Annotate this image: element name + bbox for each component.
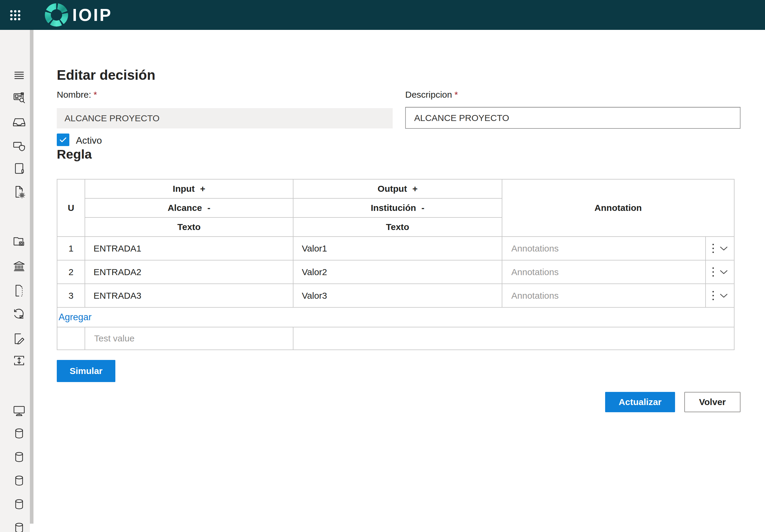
database-icon[interactable] xyxy=(12,427,26,441)
annotation-header: Annotation xyxy=(502,179,734,237)
nombre-label: Nombre:* xyxy=(57,90,97,100)
decision-table: U Input+ Output+ Annotation Alcance- Ins… xyxy=(57,179,735,350)
descripcion-label: Descripcion* xyxy=(405,90,458,100)
database-icon[interactable] xyxy=(12,521,26,532)
row-number: 3 xyxy=(57,284,85,307)
database-icon[interactable] xyxy=(12,474,26,488)
annotation-input[interactable] xyxy=(502,237,705,260)
annotation-cell xyxy=(502,284,706,307)
add-row: Agregar xyxy=(57,307,734,327)
input-cell[interactable]: ENTRADA3 xyxy=(85,284,293,307)
input-column-header[interactable]: Alcance- xyxy=(85,198,293,218)
card-shield-icon[interactable] xyxy=(12,139,26,153)
test-value-cell xyxy=(85,327,293,350)
folder-transfer-icon[interactable] xyxy=(12,235,26,249)
database-icon[interactable] xyxy=(12,498,26,511)
fit-height-icon[interactable] xyxy=(12,354,26,367)
annotation-cell xyxy=(502,260,706,284)
left-sidebar xyxy=(0,30,30,532)
page-title: Editar decisión xyxy=(57,67,155,83)
row-actions-cell xyxy=(706,260,734,284)
test-row xyxy=(57,327,734,350)
output-column-header[interactable]: Institución- xyxy=(293,198,502,218)
logo-text: IOIP xyxy=(72,7,112,24)
header-row-groups: U Input+ Output+ Annotation xyxy=(57,179,734,198)
table-row: 2 ENTRADA2 Valor2 xyxy=(57,260,734,284)
table-row: 3 ENTRADA3 Valor3 xyxy=(57,284,734,307)
remove-output-button[interactable]: - xyxy=(421,203,424,213)
output-type-header[interactable]: Texto xyxy=(293,218,502,237)
required-asterisk: * xyxy=(454,90,458,100)
row-number: 1 xyxy=(57,237,85,260)
tablet-pen-icon[interactable] xyxy=(12,162,26,175)
input-cell[interactable]: ENTRADA1 xyxy=(85,237,293,260)
section-title-regla: Regla xyxy=(57,147,92,162)
add-output-button[interactable]: + xyxy=(412,184,418,194)
row-expand-chevron-icon[interactable] xyxy=(720,246,728,251)
volver-button[interactable]: Volver xyxy=(684,392,740,412)
institution-icon[interactable] xyxy=(12,259,26,273)
nombre-input[interactable] xyxy=(57,108,392,129)
input-cell[interactable]: ENTRADA2 xyxy=(85,260,293,284)
activo-checkbox[interactable] xyxy=(57,134,69,146)
test-value-input[interactable] xyxy=(85,327,293,349)
screen-search-icon[interactable] xyxy=(12,91,26,105)
agregar-link[interactable]: Agregar xyxy=(57,312,91,322)
row-expand-chevron-icon[interactable] xyxy=(720,293,728,298)
check-icon xyxy=(59,136,67,144)
document-dashed-icon[interactable] xyxy=(12,284,26,297)
descripcion-input[interactable] xyxy=(405,107,740,129)
remove-input-button[interactable]: - xyxy=(207,203,210,213)
output-group-header: Output+ xyxy=(293,179,502,198)
logo-swirl-icon xyxy=(45,3,68,27)
annotation-cell xyxy=(502,237,706,260)
activo-label: Activo xyxy=(76,135,102,146)
row-menu-kebab-icon[interactable] xyxy=(711,243,715,254)
edit-document-icon[interactable] xyxy=(12,332,26,345)
row-number: 2 xyxy=(57,260,85,284)
brand-logo[interactable]: IOIP xyxy=(45,3,112,27)
monitor-icon[interactable] xyxy=(12,404,26,418)
database-icon[interactable] xyxy=(12,450,26,464)
row-expand-chevron-icon[interactable] xyxy=(720,270,728,274)
output-cell[interactable]: Valor3 xyxy=(293,284,502,307)
top-bar: IOIP xyxy=(0,0,765,30)
add-input-button[interactable]: + xyxy=(200,184,205,194)
row-actions-cell xyxy=(706,284,734,307)
output-cell[interactable]: Valor1 xyxy=(293,237,502,260)
app-window: IOIP xyxy=(0,0,765,532)
input-type-header[interactable]: Texto xyxy=(85,218,293,237)
test-row-number-cell xyxy=(57,327,85,350)
annotation-input[interactable] xyxy=(502,284,705,307)
row-menu-kebab-icon[interactable] xyxy=(711,266,715,278)
inbox-icon[interactable] xyxy=(12,115,26,129)
menu-icon[interactable] xyxy=(12,68,26,82)
hit-policy-cell[interactable]: U xyxy=(57,179,85,237)
row-actions-cell xyxy=(706,237,734,260)
input-group-header: Input+ xyxy=(85,179,293,198)
document-gear-icon[interactable] xyxy=(12,185,26,199)
app-launcher-waffle-icon[interactable] xyxy=(10,10,20,20)
row-menu-kebab-icon[interactable] xyxy=(711,290,715,301)
test-result-cell xyxy=(293,327,734,350)
history-icon[interactable] xyxy=(12,308,26,321)
output-cell[interactable]: Valor2 xyxy=(293,260,502,284)
required-asterisk: * xyxy=(94,90,97,100)
annotation-input[interactable] xyxy=(502,261,705,283)
sidebar-scrollbar-thumb[interactable] xyxy=(30,30,33,524)
simular-button[interactable]: Simular xyxy=(57,360,115,382)
table-row: 1 ENTRADA1 Valor1 xyxy=(57,237,734,260)
actualizar-button[interactable]: Actualizar xyxy=(605,392,675,412)
